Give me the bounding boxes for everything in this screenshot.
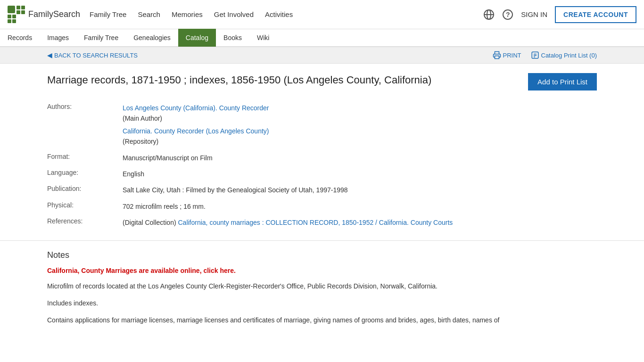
language-row: Language: English [47, 166, 597, 182]
print-label: PRINT [503, 52, 521, 59]
authors-row: Authors: Los Angeles County (California)… [47, 100, 597, 150]
california-marriages-link[interactable]: California, County Marriages are availab… [47, 267, 236, 274]
back-arrow-icon: ◀ [47, 51, 52, 59]
svg-rect-6 [12, 15, 16, 18]
help-icon[interactable]: ? [502, 9, 513, 20]
svg-rect-1 [17, 6, 20, 9]
physical-label: Physical: [47, 198, 123, 214]
nav-search[interactable]: Search [138, 10, 160, 18]
svg-rect-3 [17, 10, 20, 14]
main-content: Marriage records, 1871-1950 ; indexes, 1… [0, 64, 644, 241]
print-icon [493, 51, 501, 59]
subnav-books[interactable]: Books [216, 29, 249, 47]
publication-value: Salt Lake City, Utah : Filmed by the Gen… [123, 182, 597, 198]
notes-text-2: Includes indexes. [47, 298, 597, 308]
physical-value: 702 microfilm reels ; 16 mm. [123, 198, 597, 214]
nav-activities[interactable]: Activities [265, 10, 293, 18]
nav-right: ? SIGN IN CREATE ACCOUNT [483, 6, 636, 23]
author-1: Los Angeles County (California). County … [123, 103, 597, 124]
catalog-print-icon [531, 51, 539, 59]
subnav-family-tree[interactable]: Family Tree [76, 29, 126, 47]
subnav-images[interactable]: Images [40, 29, 76, 47]
notes-section: Notes California, County Marriages are a… [0, 241, 644, 342]
author-1-link[interactable]: Los Angeles County (California). County … [123, 104, 269, 112]
physical-row: Physical: 702 microfilm reels ; 16 mm. [47, 198, 597, 214]
top-navigation: FamilySearch Family Tree Search Memories… [0, 0, 644, 29]
nav-memories[interactable]: Memories [172, 10, 203, 18]
create-account-button[interactable]: CREATE ACCOUNT [555, 6, 636, 23]
author-2-role: (Repository) [123, 138, 158, 145]
svg-rect-8 [12, 19, 16, 23]
publication-label: Publication: [47, 182, 123, 198]
nav-family-tree[interactable]: Family Tree [90, 10, 126, 18]
notes-title: Notes [47, 250, 597, 260]
subnav-genealogies[interactable]: Genealogies [126, 29, 178, 47]
references-value: (Digital Collection) California, county … [123, 214, 597, 230]
format-label: Format: [47, 150, 123, 166]
svg-rect-14 [495, 56, 499, 59]
references-row: References: (Digital Collection) Califor… [47, 214, 597, 230]
subnav-wiki[interactable]: Wiki [249, 29, 277, 47]
subnav-records[interactable]: Records [0, 29, 40, 47]
logo-link[interactable]: FamilySearch [8, 6, 80, 24]
record-header: Marriage records, 1871-1950 ; indexes, 1… [47, 73, 597, 90]
catalog-print-label: Catalog Print List (0) [541, 52, 597, 59]
svg-rect-4 [21, 10, 25, 14]
author-2-link[interactable]: California. County Recorder (Los Angeles… [123, 127, 269, 135]
breadcrumb-bar: ◀ BACK TO SEARCH RESULTS PRINT Catalog P… [0, 47, 644, 64]
record-title: Marriage records, 1871-1950 ; indexes, 1… [47, 73, 431, 88]
globe-icon[interactable] [483, 9, 495, 20]
format-row: Format: Manuscript/Manuscript on Film [47, 150, 597, 166]
language-label: Language: [47, 166, 123, 182]
svg-rect-5 [8, 15, 11, 18]
publication-row: Publication: Salt Lake City, Utah : Film… [47, 182, 597, 198]
references-link[interactable]: California, county marriages : COLLECTIO… [178, 219, 453, 226]
sign-in-button[interactable]: SIGN IN [521, 10, 547, 18]
print-link[interactable]: PRINT [493, 51, 521, 59]
svg-rect-2 [21, 6, 25, 9]
format-value: Manuscript/Manuscript on Film [123, 150, 597, 166]
nav-get-involved[interactable]: Get Involved [214, 10, 254, 18]
svg-rect-7 [8, 19, 11, 23]
author-1-role: (Main Author) [123, 115, 162, 122]
add-to-print-list-button[interactable]: Add to Print List [528, 73, 597, 90]
subnav-catalog[interactable]: Catalog [178, 29, 216, 47]
svg-rect-0 [8, 6, 15, 13]
notes-text-1: Microfilm of records located at the Los … [47, 281, 597, 291]
references-prefix: (Digital Collection) [123, 219, 176, 226]
authors-value: Los Angeles County (California). County … [123, 100, 597, 150]
logo-icon [8, 6, 25, 24]
logo-text: FamilySearch [28, 9, 80, 19]
main-nav: Family Tree Search Memories Get Involved… [90, 10, 483, 18]
language-value: English [123, 166, 597, 182]
catalog-print-list-link[interactable]: Catalog Print List (0) [531, 51, 597, 59]
references-label: References: [47, 214, 123, 230]
back-to-search-label: BACK TO SEARCH RESULTS [54, 52, 138, 59]
author-2: California. County Recorder (Los Angeles… [123, 126, 597, 147]
svg-text:?: ? [506, 11, 510, 18]
metadata-table: Authors: Los Angeles County (California)… [47, 100, 597, 231]
breadcrumb-right: PRINT Catalog Print List (0) [493, 51, 597, 59]
authors-label: Authors: [47, 100, 123, 150]
back-to-search-link[interactable]: ◀ BACK TO SEARCH RESULTS [47, 51, 138, 59]
notes-highlight: California, County Marriages are availab… [47, 267, 597, 274]
notes-text-3: Contains applications for marriage licen… [47, 315, 597, 325]
sub-navigation: Records Images Family Tree Genealogies C… [0, 29, 644, 47]
